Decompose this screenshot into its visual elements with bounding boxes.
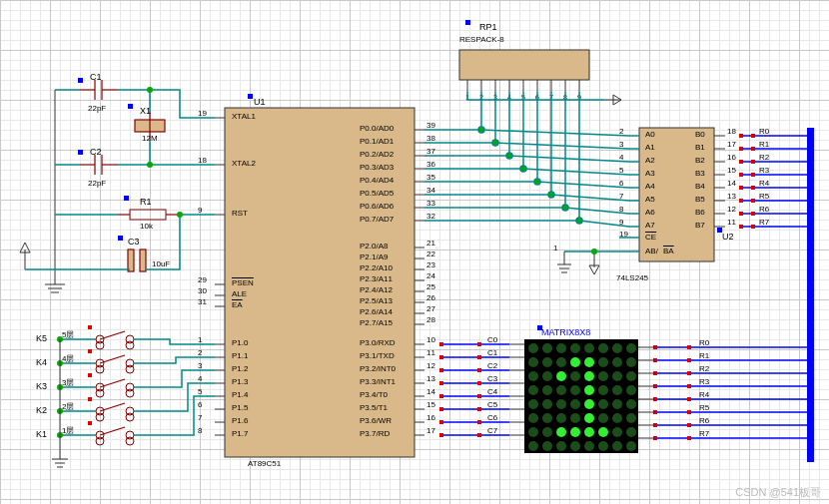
svg-rect-224 (687, 410, 691, 414)
svg-point-105 (177, 212, 183, 218)
svg-rect-140 (88, 421, 92, 425)
svg-point-43 (542, 385, 552, 395)
svg-point-123 (96, 389, 104, 397)
svg-point-34 (528, 371, 538, 381)
capacitor-c3[interactable] (128, 250, 146, 271)
svg-point-66 (528, 427, 538, 437)
svg-rect-197 (739, 186, 743, 190)
svg-rect-207 (751, 225, 755, 229)
svg-rect-171 (477, 381, 481, 385)
svg-point-18 (528, 343, 538, 353)
svg-point-130 (96, 413, 104, 421)
svg-rect-212 (687, 358, 691, 362)
svg-point-59 (542, 413, 552, 423)
svg-point-74 (528, 441, 538, 451)
c3-ref[interactable]: C3 (128, 237, 140, 247)
svg-rect-173 (439, 394, 443, 398)
svg-rect-201 (751, 199, 755, 203)
r1-val: 10k (140, 222, 153, 231)
svg-rect-179 (439, 420, 443, 424)
svg-point-46 (584, 385, 594, 395)
svg-point-20 (556, 343, 566, 353)
svg-rect-200 (739, 199, 743, 203)
svg-rect-195 (751, 173, 755, 177)
svg-point-69 (570, 427, 580, 437)
svg-rect-183 (477, 433, 481, 437)
svg-line-129 (100, 403, 125, 411)
svg-rect-92 (130, 210, 166, 220)
svg-rect-168 (477, 368, 481, 372)
svg-point-159 (591, 249, 597, 254)
svg-point-80 (612, 441, 622, 451)
svg-point-57 (626, 399, 636, 409)
svg-point-52 (556, 399, 566, 409)
c2-ref[interactable]: C2 (90, 147, 102, 157)
svg-point-61 (570, 413, 580, 423)
svg-rect-218 (687, 384, 691, 388)
u2-ref[interactable]: U2 (722, 232, 734, 242)
svg-point-72 (612, 427, 622, 437)
svg-point-152 (576, 218, 582, 224)
svg-rect-189 (751, 147, 755, 151)
svg-point-47 (598, 385, 608, 395)
c1-ref[interactable]: C1 (90, 72, 102, 82)
svg-point-138 (126, 437, 134, 445)
svg-point-37 (570, 371, 580, 381)
r1-ref[interactable]: R1 (140, 197, 152, 207)
resistor-r1[interactable] (118, 210, 178, 220)
svg-point-48 (612, 385, 622, 395)
svg-point-56 (612, 399, 622, 409)
svg-point-104 (147, 162, 153, 168)
svg-rect-230 (687, 436, 691, 440)
x1-ref[interactable]: X1 (140, 106, 151, 116)
svg-point-22 (584, 343, 594, 353)
u1-ref[interactable]: U1 (254, 97, 266, 107)
svg-point-36 (556, 371, 566, 381)
svg-point-147 (506, 153, 512, 159)
c2-val: 22pF (88, 179, 106, 188)
svg-point-60 (556, 413, 566, 423)
svg-point-38 (584, 371, 594, 381)
svg-point-63 (598, 413, 608, 423)
svg-point-25 (626, 343, 636, 353)
vcc-arrow (20, 243, 30, 269)
watermark: CSDN @541板哥 (735, 485, 821, 500)
svg-line-108 (100, 331, 125, 339)
svg-point-55 (598, 399, 608, 409)
svg-point-53 (570, 399, 580, 409)
svg-point-30 (584, 357, 594, 367)
svg-point-29 (570, 357, 580, 367)
matrix-ref[interactable]: MATRIX8X8 (541, 327, 590, 337)
svg-point-145 (478, 127, 484, 133)
svg-rect-161 (439, 342, 443, 346)
svg-rect-206 (739, 225, 743, 229)
svg-point-131 (126, 413, 134, 421)
svg-point-124 (126, 389, 134, 397)
svg-point-28 (556, 357, 566, 367)
svg-rect-96 (140, 250, 146, 271)
svg-point-21 (570, 343, 580, 353)
capacitor-c2[interactable] (80, 155, 118, 175)
u2-part: 74LS245 (616, 273, 648, 282)
svg-point-44 (556, 385, 566, 395)
svg-point-137 (96, 437, 104, 445)
svg-rect-165 (477, 355, 481, 359)
svg-rect-119 (88, 349, 92, 353)
svg-rect-191 (739, 160, 743, 164)
svg-point-68 (556, 427, 566, 437)
svg-point-73 (626, 427, 636, 437)
svg-point-41 (626, 371, 636, 381)
svg-rect-227 (687, 423, 691, 427)
svg-point-54 (584, 399, 594, 409)
svg-point-32 (612, 357, 622, 367)
resistor-pack-rp1[interactable] (459, 50, 589, 80)
capacitor-c1[interactable] (80, 80, 118, 100)
schematic-canvas[interactable]: 123456789 (0, 0, 829, 504)
led-matrix[interactable] (524, 339, 638, 453)
x1-val: 12M (142, 134, 158, 143)
rp1-ref[interactable]: RP1 (479, 22, 497, 32)
svg-point-24 (612, 343, 622, 353)
svg-rect-112 (88, 325, 92, 329)
svg-point-31 (598, 357, 608, 367)
svg-point-64 (612, 413, 622, 423)
